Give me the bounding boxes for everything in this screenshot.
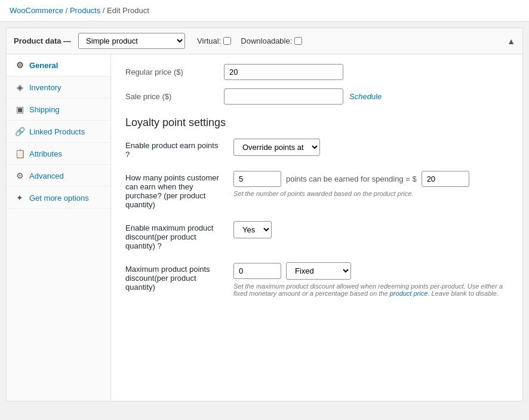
downloadable-label: Downloadable:: [241, 36, 292, 45]
breadcrumb-woocommerce[interactable]: WooCommerce: [10, 6, 63, 15]
sidebar-item-general-label: General: [29, 61, 58, 70]
discount-type-select[interactable]: Fixed Percentage: [286, 262, 351, 280]
spending-value-input[interactable]: [422, 171, 469, 187]
breadcrumb-products[interactable]: Products: [70, 6, 100, 15]
sidebar-item-advanced-label: Advanced: [29, 171, 64, 180]
points-value-input[interactable]: [233, 171, 281, 187]
enable-earn-points-select[interactable]: Override points at Default Disabled: [233, 139, 320, 156]
linked-icon: 🔗: [15, 127, 24, 136]
sale-price-label: Sale price ($): [125, 92, 218, 101]
discount-inputs: Fixed Percentage: [233, 262, 508, 280]
how-many-points-row: How many points customer can earn when t…: [125, 171, 508, 209]
product-type-select[interactable]: Simple product Variable product Grouped …: [78, 33, 185, 49]
regular-price-input[interactable]: [224, 64, 343, 80]
downloadable-checkbox-label[interactable]: Downloadable:: [241, 36, 302, 45]
schedule-link[interactable]: Schedule: [349, 92, 382, 101]
product-data-panel: Product data — Simple product Variable p…: [6, 27, 523, 401]
enable-max-discount-row: Enable maximum product discount(per prod…: [125, 221, 508, 250]
sidebar-item-advanced[interactable]: ⚙ Advanced: [7, 165, 110, 187]
points-inline-row: points can be earned for spending = $: [233, 171, 508, 187]
enable-earn-points-row: Enable product earn points ? Override po…: [125, 139, 508, 159]
breadcrumb-sep2: /: [103, 6, 107, 15]
sidebar-item-attributes[interactable]: 📋 Attributes: [7, 143, 110, 165]
product-data-header: Product data — Simple product Variable p…: [7, 28, 522, 54]
sale-price-input[interactable]: [224, 88, 343, 105]
max-discount-label: Maximum product points discount(per prod…: [125, 262, 224, 292]
enable-max-discount-select[interactable]: Yes No: [233, 221, 272, 238]
header-checkboxes: Virtual: Downloadable:: [197, 36, 302, 45]
how-many-points-label: How many points customer can earn when t…: [125, 171, 224, 209]
max-discount-hint: Set the maximum product discount allowed…: [233, 283, 508, 297]
enable-max-discount-label: Enable maximum product discount(per prod…: [125, 221, 224, 250]
product-data-body: ⚙ General ◈ Inventory ▣ Shipping 🔗 Linke…: [7, 54, 522, 401]
virtual-checkbox-label[interactable]: Virtual:: [197, 36, 231, 45]
how-many-points-hint: Set the number of points awarded based o…: [233, 190, 508, 197]
virtual-checkbox[interactable]: [223, 37, 231, 45]
sidebar: ⚙ General ◈ Inventory ▣ Shipping 🔗 Linke…: [7, 54, 111, 401]
how-many-points-control: points can be earned for spending = $ Se…: [233, 171, 508, 197]
sidebar-item-get-more-label: Get more options: [29, 194, 89, 203]
sidebar-item-linked-label: Linked Products: [29, 127, 85, 136]
points-inline-label: points can be earned for spending = $: [286, 174, 417, 183]
sidebar-item-attributes-label: Attributes: [29, 149, 62, 158]
virtual-label: Virtual:: [197, 36, 221, 45]
sidebar-item-inventory-label: Inventory: [29, 83, 61, 92]
max-discount-row: Maximum product points discount(per prod…: [125, 262, 508, 297]
sidebar-item-get-more-options[interactable]: ✦ Get more options: [7, 187, 110, 209]
collapse-button[interactable]: ▲: [507, 36, 515, 46]
downloadable-checkbox[interactable]: [294, 37, 302, 45]
inventory-icon: ◈: [15, 82, 24, 92]
regular-price-row: Regular price ($): [125, 64, 508, 80]
get-more-icon: ✦: [15, 193, 24, 203]
sidebar-item-shipping[interactable]: ▣ Shipping: [7, 99, 110, 121]
breadcrumb-current: Edit Product: [107, 6, 149, 15]
general-icon: ⚙: [15, 60, 24, 70]
loyalty-section-title: Loyalty point settings: [125, 117, 508, 129]
attributes-icon: 📋: [15, 149, 24, 158]
breadcrumb: WooCommerce / Products / Edit Product: [0, 0, 529, 22]
enable-earn-points-label: Enable product earn points ?: [125, 139, 224, 159]
shipping-icon: ▣: [15, 105, 24, 114]
sidebar-item-inventory[interactable]: ◈ Inventory: [7, 76, 110, 99]
breadcrumb-sep1: /: [66, 6, 70, 15]
product-price-link[interactable]: product price: [390, 290, 428, 297]
max-discount-control: Fixed Percentage Set the maximum product…: [233, 262, 508, 297]
main-content: Regular price ($) Sale price ($) Schedul…: [111, 54, 522, 401]
advanced-icon: ⚙: [15, 171, 24, 180]
enable-earn-points-control: Override points at Default Disabled: [233, 139, 508, 156]
sidebar-item-general[interactable]: ⚙ General: [7, 54, 110, 76]
max-discount-value-input[interactable]: [233, 263, 281, 279]
product-data-label: Product data —: [14, 36, 71, 45]
sale-price-row: Sale price ($) Schedule: [125, 88, 508, 105]
sidebar-item-shipping-label: Shipping: [29, 105, 60, 114]
sidebar-item-linked-products[interactable]: 🔗 Linked Products: [7, 121, 110, 143]
regular-price-label: Regular price ($): [125, 68, 218, 76]
enable-max-discount-control: Yes No: [233, 221, 508, 238]
